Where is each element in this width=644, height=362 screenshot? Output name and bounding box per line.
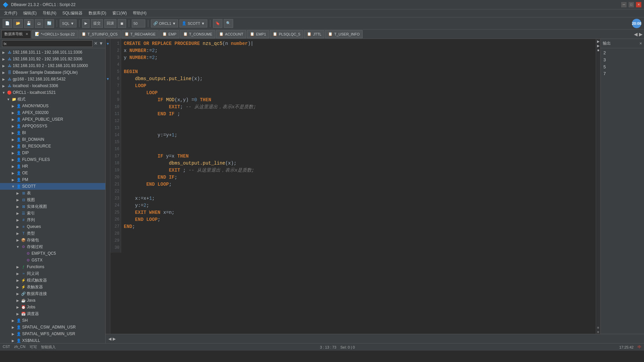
nav-search-clear[interactable]: ✕ bbox=[94, 41, 98, 46]
tab-account[interactable]: 📋 ACCOUNT bbox=[216, 30, 246, 38]
nav-item-dblinks[interactable]: ▶ 🔗 数据库连接 bbox=[0, 290, 105, 297]
menu-file[interactable]: 文件(F) bbox=[1, 10, 20, 17]
nav-item-scheduler[interactable]: ▶ 📅 调度器 bbox=[0, 310, 105, 317]
menu-window[interactable]: 窗口(W) bbox=[110, 10, 129, 17]
open-button[interactable]: 📂 bbox=[13, 19, 23, 28]
nav-item-tables[interactable]: ▶ ⊞ 表 bbox=[0, 190, 105, 196]
nav-item-xsnull[interactable]: ▶ 👤 XS$NULL bbox=[0, 337, 105, 343]
nav-item-appqossys[interactable]: ▶ 👤 APPQOSSYS bbox=[0, 123, 105, 129]
tab-plsqlqc5[interactable]: 📋 PLSQLQC_5 bbox=[270, 30, 303, 38]
fold-marker-2 bbox=[106, 47, 110, 54]
bookmark-button[interactable]: 🔖 bbox=[213, 19, 222, 28]
sql-dropdown[interactable]: SQL ▼ bbox=[60, 19, 76, 27]
nav-item-pm[interactable]: ▶ 👤 PM bbox=[0, 176, 105, 183]
run-action-btn[interactable]: ▶ bbox=[596, 40, 600, 43]
nav-item-server1[interactable]: ▶ 🖧 192.168.101.11 - 192.168.101.11:3306 bbox=[0, 49, 105, 56]
maximize-button[interactable]: □ bbox=[629, 2, 634, 7]
nav-item-orcl1[interactable]: ▼ 🔴 ORCL1 - localhost:1521 bbox=[0, 89, 105, 96]
nav-item-seqs[interactable]: ▶ # 序列 bbox=[0, 217, 105, 223]
tab-emp[interactable]: 📋 EMP bbox=[159, 30, 179, 38]
nav-item-synonyms[interactable]: ▶ ≈ 同义词 bbox=[0, 270, 105, 277]
nav-item-emptx-qc5[interactable]: ⚙ EMPTX_QC5 bbox=[0, 250, 105, 257]
save-button[interactable]: 💾 bbox=[24, 19, 34, 28]
nav-item-functions[interactable]: ▶ ƒ Functions bbox=[0, 263, 105, 270]
nav-item-schemas[interactable]: ▼ 📁 模式 bbox=[0, 96, 105, 103]
fold-marker-1[interactable]: ▼ bbox=[106, 40, 110, 47]
page-size-input[interactable] bbox=[132, 19, 145, 27]
icon-dblinks: 🔗 bbox=[21, 291, 26, 296]
nav-item-server2[interactable]: ▶ 🖧 192.168.101.92 - 192.168.101.92:3306 bbox=[0, 56, 105, 62]
nav-item-packages[interactable]: ▶ 📦 存储包 bbox=[0, 237, 105, 243]
new-file-button[interactable]: 📄 bbox=[3, 19, 12, 28]
submit-button[interactable]: 提交 bbox=[91, 19, 103, 28]
run-button[interactable]: ▶ bbox=[82, 19, 90, 28]
menu-sql[interactable]: SQL编辑器 bbox=[60, 10, 85, 17]
panel-expand-btn[interactable]: ▶ bbox=[639, 32, 643, 37]
code-editor[interactable]: 1 2 3 4 5 6 7 8 9 10 11 12 13 bbox=[110, 39, 596, 334]
nav-item-java[interactable]: ▶ ☕ Java bbox=[0, 297, 105, 304]
nav-item-bi-domain[interactable]: ▶ 👤 BI_DOMAIN bbox=[0, 136, 105, 143]
menu-edit[interactable]: 编辑(E) bbox=[20, 10, 39, 17]
scroll-left-btn[interactable]: ◀ bbox=[108, 337, 111, 341]
rollback-button[interactable]: 回滚 bbox=[104, 19, 116, 28]
nav-item-spatial-csw[interactable]: ▶ 👤 SPATIAL_CSW_ADMIN_USR bbox=[0, 324, 105, 330]
tab-emp1[interactable]: 📋 EMP1 bbox=[247, 30, 269, 38]
conn-orcl1-dropdown[interactable]: 🔗 ORCL1 ▼ bbox=[151, 19, 178, 27]
scroll-right-btn[interactable]: ▶ bbox=[113, 337, 116, 341]
nav-item-scott[interactable]: ▼ 👤 SCOTT bbox=[0, 183, 105, 190]
nav-item-matviews[interactable]: ▶ ⊠ 实体化视图 bbox=[0, 203, 105, 210]
save-all-button[interactable]: 🗂 bbox=[35, 19, 43, 28]
nav-item-hr[interactable]: ▶ 👤 HR bbox=[0, 163, 105, 170]
nav-filter-btn[interactable]: ▼ bbox=[99, 41, 103, 46]
nav-item-apex-public[interactable]: ▶ 👤 APEX_PUBLIC_USER bbox=[0, 116, 105, 123]
action-btn-5[interactable]: ≡ bbox=[597, 330, 599, 334]
menu-nav[interactable]: 导航(N) bbox=[40, 10, 59, 17]
nav-item-bi-resource[interactable]: ▶ 👤 BI_RESOURCE bbox=[0, 143, 105, 149]
nav-item-types[interactable]: ▶ T 类型 bbox=[0, 230, 105, 237]
search-button[interactable]: 🔍 bbox=[224, 19, 233, 28]
tab-t-stuinfo-qc5[interactable]: 📋 T_STUINFO_QC5 bbox=[78, 30, 121, 38]
minimize-button[interactable]: ─ bbox=[621, 2, 627, 7]
tab-t-recharge[interactable]: 📋 T_RECHARGE bbox=[121, 30, 159, 38]
nav-item-server3[interactable]: ▶ 🖧 192.168.101.93 2 - 192.168.101.93:10… bbox=[0, 62, 105, 69]
nav-item-bi[interactable]: ▶ 👤 BI bbox=[0, 129, 105, 136]
nav-item-views[interactable]: ▶ ⊟ 视图 bbox=[0, 196, 105, 203]
nav-item-localhost[interactable]: ▶ 🖧 localhost - localhost:3306 bbox=[0, 82, 105, 89]
nav-item-flows-files[interactable]: ▶ 👤 FLOWS_FILES bbox=[0, 156, 105, 163]
menu-help[interactable]: 帮助(H) bbox=[130, 10, 149, 17]
nav-item-gp168[interactable]: ▶ 🖧 gp168 - 192.168.101.68:5432 bbox=[0, 76, 105, 82]
close-button[interactable]: ✕ bbox=[636, 2, 641, 7]
nav-item-jobs[interactable]: ▶ ⏰ Jobs bbox=[0, 304, 105, 310]
conn-scott-dropdown[interactable]: 👤 SCOTT ▼ bbox=[179, 19, 207, 27]
refresh-button[interactable]: 🔄 bbox=[45, 19, 54, 28]
nav-item-gstx[interactable]: ⚙ GSTX bbox=[0, 257, 105, 263]
tab-t-consume[interactable]: 📋 T_CONSUME bbox=[180, 30, 215, 38]
nav-item-dip[interactable]: ▶ 👤 DIP bbox=[0, 149, 105, 156]
action-btn-4[interactable]: ≡ bbox=[597, 326, 599, 329]
nav-item-procedures[interactable]: ▼ ⚙ 存储过程 bbox=[0, 243, 105, 250]
nav-item-queues[interactable]: ▶ ≡ Queues bbox=[0, 223, 105, 230]
menu-db[interactable]: 数据库(D) bbox=[86, 10, 109, 17]
nav-item-table-triggers[interactable]: ▶ ⚡ 表触发器 bbox=[0, 284, 105, 290]
exec-action-btn[interactable]: ▶ bbox=[597, 44, 600, 48]
nav-item-apex030200[interactable]: ▶ 👤 APEX_030200 bbox=[0, 109, 105, 116]
nav-item-oe[interactable]: ▶ 👤 OE bbox=[0, 170, 105, 176]
nav-item-spatial-wfs[interactable]: ▶ 👤 SPATIAL_WFS_ADMIN_USR bbox=[0, 330, 105, 337]
panel-toggle-btn[interactable]: ◀ bbox=[634, 32, 638, 37]
app-icon: 🔷 bbox=[3, 2, 8, 7]
nav-item-sqlite[interactable]: ▶ 🗄 DBeaver Sample Database (SQLite) bbox=[0, 69, 105, 76]
nav-item-sh[interactable]: ▶ 👤 SH bbox=[0, 317, 105, 324]
tab-db-navigator-close[interactable]: ✕ bbox=[25, 32, 28, 36]
tab-script22[interactable]: 📝 *<ORCL1> Script-22 bbox=[32, 30, 78, 38]
tab-jttl[interactable]: 📋 JTTL bbox=[304, 30, 324, 38]
nav-item-schema-triggers[interactable]: ▶ ⚡ 模式触发器 bbox=[0, 277, 105, 284]
tab-db-navigator[interactable]: 数据库导航 ✕ bbox=[1, 30, 31, 38]
nav-item-indexes[interactable]: ▶ ☰ 索引 bbox=[0, 210, 105, 217]
output-close-btn[interactable]: ✕ bbox=[639, 42, 642, 45]
stop-action-btn[interactable]: ■ bbox=[597, 48, 599, 52]
nav-search-input[interactable] bbox=[2, 40, 93, 47]
stop-button[interactable]: ⏹ bbox=[118, 19, 126, 28]
tab-t-user-info[interactable]: 📋 T_USER_INFO bbox=[325, 30, 363, 38]
fold-marker-6[interactable]: ▼ bbox=[106, 75, 110, 82]
nav-item-anonymous[interactable]: ▶ 👤 ANONYMOUS bbox=[0, 103, 105, 109]
